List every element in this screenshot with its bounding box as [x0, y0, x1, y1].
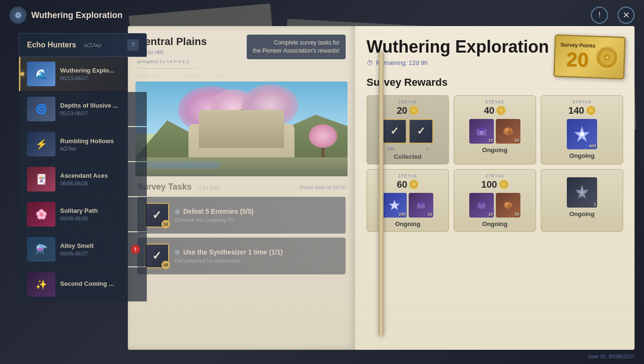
- reward-value-2: 40: [484, 105, 494, 116]
- sidebar-items-list: 🌊 Wuthering Explo... 06/13-06/27 🌀 Depth…: [19, 57, 147, 301]
- item-count-4a: 200: [399, 212, 406, 217]
- survey-note-text: Complete survey tasks forthe Pioneer Ass…: [253, 39, 340, 55]
- tree-leaves: [309, 124, 337, 148]
- reward-item-4a: 200: [382, 193, 407, 218]
- reward-status-2: Ongoing: [458, 146, 532, 154]
- sidebar-item-date-wuthering: 06/13-06/27: [60, 75, 140, 81]
- sidebar-item-name-alloy: Alloy Smelt: [60, 242, 126, 249]
- svg-point-8: [508, 131, 511, 135]
- item-count-5a: 10: [488, 212, 493, 217]
- reward-item-3a: 400: [567, 119, 597, 149]
- reward-value-1: 20: [397, 105, 407, 116]
- reward-coin-4: [409, 180, 419, 189]
- sidebar-item-info-ascendant: Ascendant Aces 06/06-06/26: [60, 172, 140, 186]
- left-page-content: Central Plains ...ε¢σ(σ ε88) Complete su…: [128, 26, 355, 82]
- sidebar-item-name-ascendant: Ascendant Aces: [60, 172, 140, 179]
- location-image: [135, 82, 348, 176]
- stamp-value: 20: [566, 48, 589, 72]
- sidebar-item-info-second: Second Coming ...: [60, 280, 140, 289]
- item-count-4b: 10: [428, 212, 432, 217]
- reward-item-5b: 50: [496, 193, 520, 218]
- remaining-text: Remaining: 12d 9h: [376, 59, 428, 66]
- sidebar-item-date-solitary: 06/06-06/26: [60, 216, 140, 221]
- right-page: Survey Points 20 ✦ Wuthering Exploration…: [355, 26, 635, 350]
- reward-item-4b: 10: [409, 193, 433, 218]
- sidebar-item-depths[interactable]: 🌀 Depths of Illusive ... 05/23-06/27: [19, 92, 147, 126]
- sidebar-item-date-ascendant: 06/06-06/26: [60, 181, 140, 186]
- reward-items-row-6: 1: [545, 177, 619, 208]
- reward-value-5: 100: [481, 179, 497, 190]
- reward-status-5: Ongoing: [458, 220, 532, 228]
- right-page-content: Survey Points 20 ✦ Wuthering Exploration…: [355, 26, 635, 241]
- reward-coin-5: [499, 180, 509, 189]
- svg-point-7: [505, 128, 508, 131]
- item-count-2b: 50: [515, 138, 519, 143]
- reward-item-2b: 50: [496, 119, 520, 144]
- svg-rect-5: [480, 131, 483, 135]
- item-count-6a: 1: [594, 202, 596, 207]
- svg-marker-11: [389, 200, 400, 210]
- item-count-5b: 50: [515, 212, 519, 217]
- sidebar-item-name-wuthering: Wuthering Explo...: [60, 67, 140, 74]
- info-button[interactable]: !: [591, 7, 608, 24]
- reward-value-4: 60: [397, 179, 407, 190]
- sidebar-help-button[interactable]: ?: [127, 39, 139, 51]
- sidebar-item-alloy[interactable]: ⚗️ Alloy Smelt 06/06-06/27 !: [19, 232, 147, 266]
- svg-rect-13: [419, 201, 423, 204]
- svg-point-18: [508, 205, 511, 208]
- check-icon-1: ✓: [152, 209, 161, 222]
- sidebar-item-ascendant[interactable]: 🃏 Ascendant Aces 06/06-06/26: [19, 162, 147, 196]
- active-glow: [20, 72, 24, 76]
- sidebar-item-name-second: Second Coming ...: [60, 280, 140, 287]
- sidebar-item-info-alloy: Alloy Smelt 06/06-06/27: [60, 242, 126, 256]
- sidebar-header-subtitle: αζΣΛκρ: [84, 42, 123, 48]
- reward-points-row-2: 40: [458, 105, 532, 116]
- sidebar-badge-alloy: !: [131, 245, 140, 254]
- location-title: Central Plains: [137, 36, 207, 48]
- survey-note: Complete survey tasks forthe Pioneer Ass…: [247, 35, 346, 59]
- svg-point-17: [505, 202, 508, 205]
- svg-point-16: [504, 202, 512, 209]
- reward-items-row-2: 10 50: [458, 119, 532, 144]
- building-top: [199, 110, 284, 148]
- reward-status-6: Ongoing: [545, 210, 619, 218]
- sidebar-item-info-solitary: Solitary Path 06/06-06/26: [60, 207, 140, 221]
- sidebar-thumb-second: ✨: [27, 272, 55, 297]
- svg-rect-4: [479, 127, 484, 131]
- sidebar-thumb-alloy: ⚗️: [27, 237, 55, 262]
- reward-item-2a: 10: [469, 119, 494, 144]
- reward-value-3: 140: [568, 105, 584, 116]
- sidebar-item-rumbling[interactable]: ⚡ Rumbling Hollows αζΣΛκρ: [19, 127, 147, 161]
- location-image-wrapper: [128, 82, 355, 176]
- reward-item-5a: 10: [469, 193, 494, 218]
- sidebar: Echo Hunters αζΣΛκρ ? 🌊 Wuthering Explo.…: [19, 33, 147, 345]
- main-panel: φΥΛκρΘΖΣ·2·Ε·Λ·Κ·Ρ·Θ·Σ·Ζ·Φ·Υ·Λ·Κ·Ρ·Θ·Ζ·Σ…: [128, 26, 635, 350]
- sidebar-item-info-wuthering: Wuthering Explo... 06/13-06/27: [60, 67, 140, 81]
- sidebar-item-name-depths: Depths of Illusive ...: [60, 102, 140, 109]
- stamp-coin: ✦: [595, 45, 619, 70]
- reward-label-3: ΣΤΕΥΑΣ: [545, 100, 619, 104]
- sidebar-thumb-wuthering: 🌊: [27, 62, 55, 86]
- sidebar-thumb-ascendant: 🃏: [27, 167, 55, 191]
- tree-right: [309, 124, 337, 162]
- item-count-3a: 400: [589, 144, 596, 148]
- sidebar-item-date-rumbling: αζΣΛκρ: [60, 146, 140, 151]
- sidebar-thumb-rumbling: ⚡: [27, 132, 55, 156]
- close-button[interactable]: ✕: [617, 7, 635, 24]
- rewards-grid: ΣΤΕΥΑΣ 20 ✓ ✓ 2001 Collected: [367, 95, 623, 232]
- sidebar-item-solitary[interactable]: 🌸 Solitary Path 06/06-06/26: [19, 197, 147, 231]
- app-title-text: Wuthering Exploration: [31, 10, 123, 20]
- book-spine: [379, 52, 384, 336]
- reward-check-box-1a: ✓: [382, 119, 407, 144]
- water: [135, 161, 220, 169]
- task-badge-1: 10: [161, 220, 170, 228]
- svg-point-10: [580, 132, 584, 136]
- sidebar-item-date-depths: 05/23-06/27: [60, 110, 140, 116]
- sidebar-header-title: Echo Hunters: [27, 41, 76, 49]
- sidebar-header: Echo Hunters αζΣΛκρ ?: [19, 33, 147, 57]
- sidebar-item-second[interactable]: ✨ Second Coming ...: [19, 267, 147, 301]
- sidebar-item-info-depths: Depths of Illusive ... 05/23-06/27: [60, 102, 140, 116]
- reward-items-row-5: 10 50: [458, 193, 532, 218]
- sidebar-item-wuthering[interactable]: 🌊 Wuthering Explo... 06/13-06/27: [19, 57, 147, 91]
- reward-check-box-1b: ✓: [409, 119, 433, 144]
